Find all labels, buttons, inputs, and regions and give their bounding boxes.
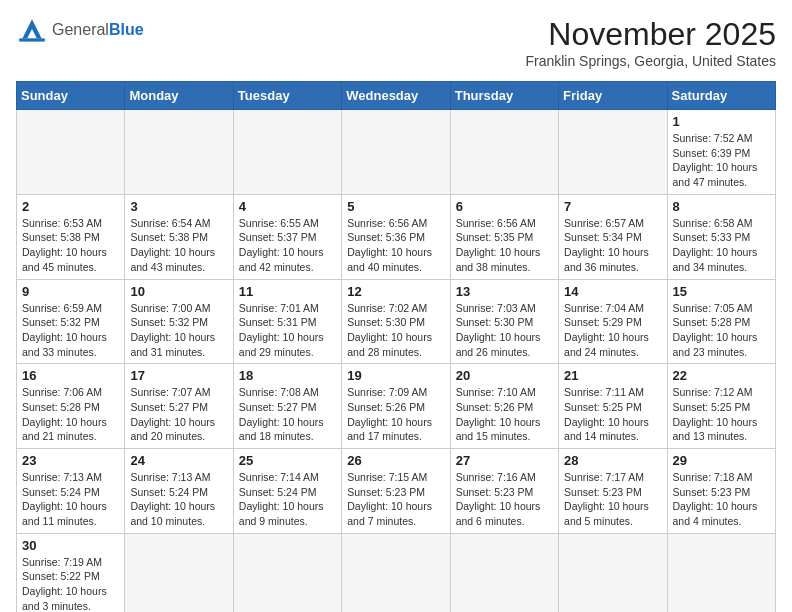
day-number: 30 xyxy=(22,538,119,553)
calendar-day: 6Sunrise: 6:56 AM Sunset: 5:35 PM Daylig… xyxy=(450,194,558,279)
day-number: 14 xyxy=(564,284,661,299)
logo-general-text: General xyxy=(52,21,109,38)
calendar-day: 4Sunrise: 6:55 AM Sunset: 5:37 PM Daylig… xyxy=(233,194,341,279)
day-info: Sunrise: 6:55 AM Sunset: 5:37 PM Dayligh… xyxy=(239,216,336,275)
calendar-day: 22Sunrise: 7:12 AM Sunset: 5:25 PM Dayli… xyxy=(667,364,775,449)
day-number: 13 xyxy=(456,284,553,299)
calendar-day xyxy=(450,533,558,612)
day-number: 23 xyxy=(22,453,119,468)
day-info: Sunrise: 7:12 AM Sunset: 5:25 PM Dayligh… xyxy=(673,385,770,444)
day-number: 19 xyxy=(347,368,444,383)
day-info: Sunrise: 7:04 AM Sunset: 5:29 PM Dayligh… xyxy=(564,301,661,360)
day-info: Sunrise: 6:53 AM Sunset: 5:38 PM Dayligh… xyxy=(22,216,119,275)
calendar-day: 25Sunrise: 7:14 AM Sunset: 5:24 PM Dayli… xyxy=(233,449,341,534)
day-info: Sunrise: 6:56 AM Sunset: 5:36 PM Dayligh… xyxy=(347,216,444,275)
day-info: Sunrise: 7:16 AM Sunset: 5:23 PM Dayligh… xyxy=(456,470,553,529)
day-number: 9 xyxy=(22,284,119,299)
day-info: Sunrise: 7:05 AM Sunset: 5:28 PM Dayligh… xyxy=(673,301,770,360)
day-info: Sunrise: 7:13 AM Sunset: 5:24 PM Dayligh… xyxy=(22,470,119,529)
weekday-header-thursday: Thursday xyxy=(450,82,558,110)
weekday-header-wednesday: Wednesday xyxy=(342,82,450,110)
calendar-day: 28Sunrise: 7:17 AM Sunset: 5:23 PM Dayli… xyxy=(559,449,667,534)
day-info: Sunrise: 7:19 AM Sunset: 5:22 PM Dayligh… xyxy=(22,555,119,612)
day-number: 20 xyxy=(456,368,553,383)
logo: GeneralBlue xyxy=(16,16,144,44)
calendar-day: 17Sunrise: 7:07 AM Sunset: 5:27 PM Dayli… xyxy=(125,364,233,449)
calendar-day xyxy=(125,110,233,195)
day-number: 2 xyxy=(22,199,119,214)
calendar-day xyxy=(559,533,667,612)
calendar-day: 16Sunrise: 7:06 AM Sunset: 5:28 PM Dayli… xyxy=(17,364,125,449)
title-block: November 2025 Franklin Springs, Georgia,… xyxy=(525,16,776,69)
day-number: 6 xyxy=(456,199,553,214)
calendar-day: 12Sunrise: 7:02 AM Sunset: 5:30 PM Dayli… xyxy=(342,279,450,364)
location-text: Franklin Springs, Georgia, United States xyxy=(525,53,776,69)
day-number: 16 xyxy=(22,368,119,383)
calendar-day: 21Sunrise: 7:11 AM Sunset: 5:25 PM Dayli… xyxy=(559,364,667,449)
day-info: Sunrise: 7:09 AM Sunset: 5:26 PM Dayligh… xyxy=(347,385,444,444)
day-info: Sunrise: 7:52 AM Sunset: 6:39 PM Dayligh… xyxy=(673,131,770,190)
weekday-header-tuesday: Tuesday xyxy=(233,82,341,110)
day-number: 26 xyxy=(347,453,444,468)
calendar-day: 15Sunrise: 7:05 AM Sunset: 5:28 PM Dayli… xyxy=(667,279,775,364)
day-info: Sunrise: 7:06 AM Sunset: 5:28 PM Dayligh… xyxy=(22,385,119,444)
calendar-day: 27Sunrise: 7:16 AM Sunset: 5:23 PM Dayli… xyxy=(450,449,558,534)
day-info: Sunrise: 7:18 AM Sunset: 5:23 PM Dayligh… xyxy=(673,470,770,529)
calendar-week-4: 23Sunrise: 7:13 AM Sunset: 5:24 PM Dayli… xyxy=(17,449,776,534)
day-number: 29 xyxy=(673,453,770,468)
day-info: Sunrise: 7:10 AM Sunset: 5:26 PM Dayligh… xyxy=(456,385,553,444)
day-info: Sunrise: 7:01 AM Sunset: 5:31 PM Dayligh… xyxy=(239,301,336,360)
calendar-day xyxy=(233,533,341,612)
day-number: 22 xyxy=(673,368,770,383)
day-number: 21 xyxy=(564,368,661,383)
day-info: Sunrise: 7:00 AM Sunset: 5:32 PM Dayligh… xyxy=(130,301,227,360)
day-info: Sunrise: 6:54 AM Sunset: 5:38 PM Dayligh… xyxy=(130,216,227,275)
calendar-day: 9Sunrise: 6:59 AM Sunset: 5:32 PM Daylig… xyxy=(17,279,125,364)
calendar-week-0: 1Sunrise: 7:52 AM Sunset: 6:39 PM Daylig… xyxy=(17,110,776,195)
day-number: 15 xyxy=(673,284,770,299)
calendar-table: SundayMondayTuesdayWednesdayThursdayFrid… xyxy=(16,81,776,612)
calendar-day: 5Sunrise: 6:56 AM Sunset: 5:36 PM Daylig… xyxy=(342,194,450,279)
calendar-day: 2Sunrise: 6:53 AM Sunset: 5:38 PM Daylig… xyxy=(17,194,125,279)
page-header: GeneralBlue November 2025 Franklin Sprin… xyxy=(16,16,776,69)
day-info: Sunrise: 7:11 AM Sunset: 5:25 PM Dayligh… xyxy=(564,385,661,444)
day-number: 8 xyxy=(673,199,770,214)
calendar-day: 20Sunrise: 7:10 AM Sunset: 5:26 PM Dayli… xyxy=(450,364,558,449)
calendar-day: 24Sunrise: 7:13 AM Sunset: 5:24 PM Dayli… xyxy=(125,449,233,534)
calendar-day: 10Sunrise: 7:00 AM Sunset: 5:32 PM Dayli… xyxy=(125,279,233,364)
calendar-day xyxy=(559,110,667,195)
calendar-day: 3Sunrise: 6:54 AM Sunset: 5:38 PM Daylig… xyxy=(125,194,233,279)
calendar-day: 11Sunrise: 7:01 AM Sunset: 5:31 PM Dayli… xyxy=(233,279,341,364)
day-info: Sunrise: 7:15 AM Sunset: 5:23 PM Dayligh… xyxy=(347,470,444,529)
calendar-day xyxy=(342,533,450,612)
calendar-day: 26Sunrise: 7:15 AM Sunset: 5:23 PM Dayli… xyxy=(342,449,450,534)
weekday-header-monday: Monday xyxy=(125,82,233,110)
calendar-day: 8Sunrise: 6:58 AM Sunset: 5:33 PM Daylig… xyxy=(667,194,775,279)
calendar-day xyxy=(450,110,558,195)
day-number: 27 xyxy=(456,453,553,468)
logo-blue-text: Blue xyxy=(109,21,144,38)
calendar-day xyxy=(667,533,775,612)
weekday-header-saturday: Saturday xyxy=(667,82,775,110)
day-info: Sunrise: 7:14 AM Sunset: 5:24 PM Dayligh… xyxy=(239,470,336,529)
calendar-week-2: 9Sunrise: 6:59 AM Sunset: 5:32 PM Daylig… xyxy=(17,279,776,364)
day-info: Sunrise: 7:02 AM Sunset: 5:30 PM Dayligh… xyxy=(347,301,444,360)
weekday-header-friday: Friday xyxy=(559,82,667,110)
svg-rect-2 xyxy=(19,38,45,41)
calendar-day: 7Sunrise: 6:57 AM Sunset: 5:34 PM Daylig… xyxy=(559,194,667,279)
calendar-day: 29Sunrise: 7:18 AM Sunset: 5:23 PM Dayli… xyxy=(667,449,775,534)
day-number: 11 xyxy=(239,284,336,299)
day-info: Sunrise: 6:57 AM Sunset: 5:34 PM Dayligh… xyxy=(564,216,661,275)
day-info: Sunrise: 7:13 AM Sunset: 5:24 PM Dayligh… xyxy=(130,470,227,529)
day-info: Sunrise: 7:17 AM Sunset: 5:23 PM Dayligh… xyxy=(564,470,661,529)
weekday-header-sunday: Sunday xyxy=(17,82,125,110)
day-number: 10 xyxy=(130,284,227,299)
calendar-day xyxy=(342,110,450,195)
day-number: 1 xyxy=(673,114,770,129)
calendar-day: 18Sunrise: 7:08 AM Sunset: 5:27 PM Dayli… xyxy=(233,364,341,449)
calendar-day xyxy=(17,110,125,195)
day-info: Sunrise: 7:03 AM Sunset: 5:30 PM Dayligh… xyxy=(456,301,553,360)
day-info: Sunrise: 7:08 AM Sunset: 5:27 PM Dayligh… xyxy=(239,385,336,444)
calendar-day: 19Sunrise: 7:09 AM Sunset: 5:26 PM Dayli… xyxy=(342,364,450,449)
day-number: 18 xyxy=(239,368,336,383)
